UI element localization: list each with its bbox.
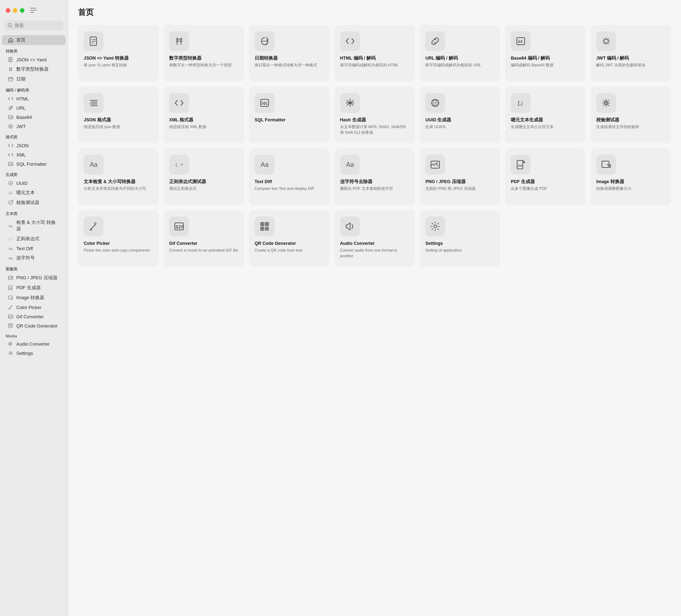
card-gif-conv[interactable]: GIF Gif Converter Convert a movie to an … — [164, 210, 244, 267]
card-color-picker[interactable]: Color Picker Picker the color and copy c… — [78, 210, 159, 267]
card-desc-uuid-gen: 生成 UUIDs — [425, 124, 494, 130]
sidebar-item-camel[interactable]: Aa 连字符号 — [2, 253, 66, 263]
card-xml-fmt[interactable]: XML 格式器 缩进或压缩 XML 数据 — [164, 87, 244, 143]
minimize-button[interactable] — [13, 8, 17, 13]
card-date-conv[interactable]: 日期转换器 将日期从一种格式转换为另一种格式 — [249, 25, 330, 82]
sidebar-item-date[interactable]: 日期 — [2, 74, 66, 84]
svg-rect-75 — [261, 223, 263, 225]
diff-icon: Aa — [8, 246, 13, 251]
sidebar-item-pdf-gen[interactable]: PDF PDF 生成器 — [2, 283, 66, 293]
card-title-type-conv: 数字类型转换器 — [169, 55, 238, 61]
card-desc-png-jpeg-comp: 无损的 PNG 和 JPEG 压缩器 — [425, 186, 494, 192]
sidebar-item-jwt[interactable]: JWT — [2, 122, 66, 131]
card-settings[interactable]: Settings Setting of application — [420, 210, 500, 267]
sidebar-item-qr-gen-label: QR Code Generator — [16, 323, 57, 329]
card-icon-text-case-conv: Aa — [84, 155, 104, 175]
close-button[interactable] — [6, 8, 10, 13]
card-pdf-gen[interactable]: PDF PDF 生成器 从多个图像生成 PDF — [505, 148, 586, 205]
main-content: 首页 JSON <> Yaml 转换器 将 json 与 yaml 相互转换 数… — [68, 0, 681, 616]
card-title-settings: Settings — [425, 241, 494, 246]
card-json-yaml[interactable]: JSON <> Yaml 转换器 将 json 与 yaml 相互转换 — [78, 25, 159, 82]
sidebar-item-json-yaml[interactable]: JSON <> Yaml — [2, 55, 66, 64]
sidebar-item-gif-converter[interactable]: GIF Gif Converter — [2, 312, 66, 321]
card-lorem-gen[interactable]: Li 嗯元文本生成器 生成嗯元文本占位符文本 — [505, 87, 586, 143]
card-icon-url-enc — [425, 31, 445, 51]
sidebar-item-sql-fmt[interactable]: SQL SQL Formatter — [2, 159, 66, 169]
card-desc-qr-gen: Create a QR code from text — [255, 248, 324, 253]
sidebar-item-checksum[interactable]: 校验测试器 — [2, 198, 66, 208]
sidebar-toggle-button[interactable] — [30, 8, 37, 13]
sidebar-item-type-converter[interactable]: 数字类型转换器 — [2, 64, 66, 74]
sidebar-item-qr-gen[interactable]: QR Code Generator — [2, 321, 66, 330]
section-generate: 生成类 — [0, 169, 68, 178]
svg-rect-81 — [267, 229, 268, 230]
card-title-base64-enc: Base64 编码 / 解码 — [511, 55, 580, 61]
traffic-lights — [6, 8, 24, 13]
section-media: Media — [0, 330, 68, 339]
sidebar-nav: 首页 转换类 JSON <> Yaml 数字类型转换器 日期 编码 / 解码类 — [0, 34, 68, 616]
file-icon — [8, 57, 13, 62]
card-desc-pdf-gen: 从多个图像生成 PDF — [511, 186, 580, 192]
svg-text:Aa: Aa — [9, 224, 12, 228]
card-qr-gen[interactable]: QR Code Generator Create a QR code from … — [249, 210, 330, 267]
sidebar-item-text-case[interactable]: Aa 检查 & 大小写 转换器 — [2, 218, 66, 234]
card-title-json-fmt: JSON 格式器 — [84, 117, 153, 123]
sidebar-item-xml-fmt[interactable]: XML — [2, 150, 66, 159]
card-icon-sql-fmt: SQL — [255, 93, 275, 113]
sidebar: 首页 转换类 JSON <> Yaml 数字类型转换器 日期 编码 / 解码类 — [0, 0, 68, 616]
card-type-conv[interactable]: 数字类型转换器 将数字从一种类型转换为另一个类型 — [164, 25, 244, 82]
card-image-converter[interactable]: Image 转换器 转换或调整图像大小 — [591, 148, 671, 205]
svg-rect-34 — [11, 324, 13, 325]
card-title-hash-gen: Hash 生成器 — [340, 117, 409, 123]
card-checksum-gen[interactable]: 校验测试器 生成或测试文件的校验和 — [591, 87, 671, 143]
sidebar-item-settings[interactable]: Settings — [2, 348, 66, 358]
card-json-fmt[interactable]: JSON 格式器 缩进或压缩 json 数据 — [78, 87, 159, 143]
sidebar-item-image-convert[interactable]: Image 转换器 — [2, 293, 66, 303]
card-camel-remove[interactable]: Aa 连字符号去除器 删除从 PDF 文本复制的连字符 — [334, 148, 415, 205]
card-icon-audio-conv — [340, 216, 360, 236]
card-text-case-conv[interactable]: Aa 文本检查 & 大小写转换器 分析文本并将其转换为不同的大小写 — [78, 148, 159, 205]
sidebar-item-home[interactable]: 首页 — [2, 35, 66, 45]
card-title-image-converter: Image 转换器 — [596, 179, 665, 185]
base64-icon: 64 — [8, 114, 13, 120]
sidebar-item-url-label: URL — [16, 105, 26, 111]
card-desc-base64-enc: 编码或解码 Base64 数据 — [511, 62, 580, 68]
card-title-regex-test: 正则表达式测试器 — [169, 179, 238, 185]
sidebar-item-audio[interactable]: Audio Converter — [2, 339, 66, 348]
card-text-diff[interactable]: Aa Text Diff Compare two Text and displa… — [249, 148, 330, 205]
sidebar-item-json-fmt[interactable]: JSON — [2, 141, 66, 150]
card-icon-text-diff: Aa — [255, 155, 275, 175]
sidebar-item-regex[interactable]: (.*) 正则表达式 — [2, 234, 66, 244]
card-uuid-gen[interactable]: UUID 生成器 生成 UUIDs — [420, 87, 500, 143]
card-desc-checksum-gen: 生成或测试文件的校验和 — [596, 124, 665, 130]
search-input[interactable] — [15, 23, 60, 28]
sidebar-item-uuid[interactable]: UUID — [2, 178, 66, 188]
sidebar-item-url[interactable]: URL — [2, 103, 66, 112]
card-hash-gen[interactable]: Hash 生成器 从文本数据计算 MD5, SHA1, SHA256 和 SHA… — [334, 87, 415, 143]
card-sql-fmt[interactable]: SQL SQL Formatter — [249, 87, 330, 143]
sidebar-item-html[interactable]: HTML — [2, 94, 66, 103]
sidebar-item-base64[interactable]: 64 Base64 — [2, 112, 66, 122]
svg-text:Aa: Aa — [9, 247, 12, 251]
card-html-enc[interactable]: HTML 编码 / 解码 将字符编码或解码为相应的 HTML — [334, 25, 415, 82]
uuid-icon — [8, 180, 13, 186]
svg-rect-77 — [266, 223, 268, 225]
maximize-button[interactable] — [20, 8, 24, 13]
sidebar-item-color-picker[interactable]: Color Picker — [2, 303, 66, 312]
cards-row-1: JSON <> Yaml 转换器 将 json 与 yaml 相互转换 数字类型… — [78, 25, 671, 82]
card-regex-test[interactable]: (.*) 正则表达式测试器 测试正则表达式 — [164, 148, 244, 205]
sidebar-item-color-picker-label: Color Picker — [16, 305, 41, 310]
card-base64-enc[interactable]: 64 Base64 编码 / 解码 编码或解码 Base64 数据 — [505, 25, 586, 82]
sidebar-item-text-diff[interactable]: Aa Text Diff — [2, 244, 66, 253]
sidebar-item-text-case-label: 检查 & 大小写 转换器 — [16, 219, 60, 232]
sidebar-item-lorem[interactable]: Li 嗯元文本 — [2, 188, 66, 198]
card-icon-camel-remove: Aa — [340, 155, 360, 175]
card-png-jpeg-comp[interactable]: PNG / JPEG 压缩器 无损的 PNG 和 JPEG 压缩器 — [420, 148, 500, 205]
card-audio-conv[interactable]: Audio Converter Convert audio from one f… — [334, 210, 415, 267]
card-desc-json-yaml: 将 json 与 yaml 相互转换 — [84, 62, 153, 68]
color-picker-icon — [8, 304, 13, 310]
sidebar-item-png-jpeg[interactable]: PNG / JPEG 压缩器 — [2, 273, 66, 283]
search-bar[interactable] — [4, 21, 63, 30]
card-jwt-enc[interactable]: JWT 编码 / 解码 解码 JWT 头部的负载和签名 — [591, 25, 671, 82]
card-url-enc[interactable]: URL 编码 / 解码 将字符编码或解码为相应的 URL — [420, 25, 500, 82]
